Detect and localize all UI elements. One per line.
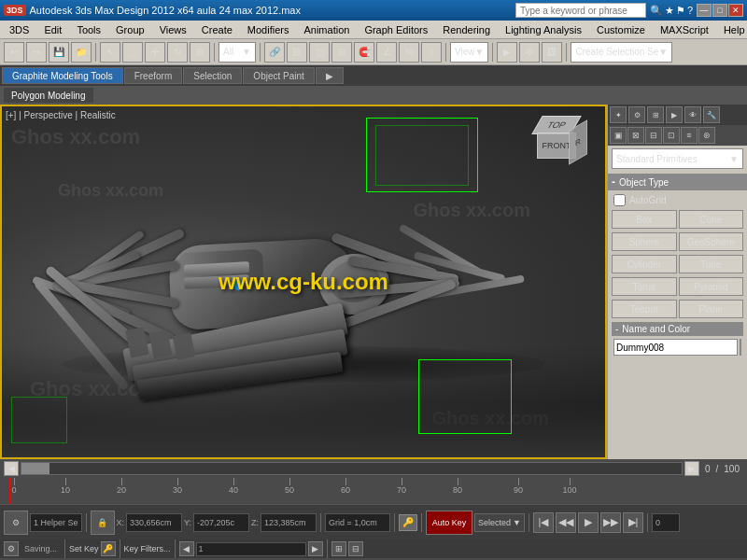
rp-icon-b[interactable]: ⊠: [627, 127, 644, 144]
rp-utils-icon[interactable]: 🔧: [703, 106, 720, 123]
primitives-dropdown[interactable]: Standard Primitives ▼: [612, 148, 743, 169]
scale-button[interactable]: ⊞: [190, 42, 210, 63]
menu-3ds[interactable]: 3DS: [2, 22, 36, 37]
timeline-scrollbar[interactable]: [21, 462, 683, 475]
selected-dropdown[interactable]: Selected ▼: [474, 513, 525, 532]
menu-lighting[interactable]: Lighting Analysis: [498, 22, 589, 37]
sb-icon-1[interactable]: ⚙: [4, 511, 28, 535]
tl-right-btn[interactable]: ▶: [684, 461, 699, 476]
open-button[interactable]: 📁: [71, 42, 92, 63]
polygon-modeling-tab[interactable]: Polygon Modeling: [4, 88, 93, 103]
menu-views[interactable]: Views: [152, 22, 194, 37]
menu-edit[interactable]: Edit: [36, 22, 69, 37]
name-color-collapse[interactable]: -: [615, 324, 618, 334]
tab-graphite[interactable]: Graphite Modeling Tools: [2, 67, 123, 84]
bb-key-btn[interactable]: 🔑: [101, 541, 116, 556]
bb-btn-3[interactable]: ⊟: [348, 541, 363, 556]
autogrid-checkbox[interactable]: [613, 194, 626, 206]
rotate-button[interactable]: ↻: [167, 42, 188, 63]
minimize-button[interactable]: —: [697, 4, 712, 17]
align-button[interactable]: ⊟: [331, 42, 352, 63]
tube-button[interactable]: Tube: [679, 255, 744, 273]
torus-button[interactable]: Torus: [612, 277, 677, 296]
select-region-button[interactable]: ⬚: [122, 42, 143, 63]
bb-prev-btn[interactable]: ◀: [179, 541, 194, 556]
menu-help[interactable]: Help: [716, 22, 747, 37]
menu-create[interactable]: Create: [194, 22, 240, 37]
frame-counter[interactable]: 0: [652, 513, 680, 532]
redo-button[interactable]: ↪: [26, 42, 47, 63]
rp-icon-d[interactable]: ⊡: [663, 127, 680, 144]
search-input[interactable]: [515, 3, 646, 18]
sb-icon-2[interactable]: 🔒: [91, 511, 115, 535]
prev-key-button[interactable]: ◀◀: [556, 512, 576, 533]
geosphere-button[interactable]: GeoSphere: [679, 232, 744, 251]
tab-freeform[interactable]: Freeform: [124, 67, 183, 84]
close-button[interactable]: ✕: [728, 4, 743, 17]
mirror-button[interactable]: ◫: [309, 42, 330, 63]
z-value-field[interactable]: 123,385cm: [261, 513, 317, 532]
maximize-button[interactable]: □: [712, 4, 727, 17]
unlink-button[interactable]: ⛓: [287, 42, 307, 63]
bb-next-btn[interactable]: ▶: [308, 541, 323, 556]
prev-frame-button[interactable]: |◀: [533, 512, 554, 533]
object-type-collapse[interactable]: -: [612, 175, 615, 189]
menu-graph[interactable]: Graph Editors: [357, 22, 435, 37]
timeline-ruler[interactable]: 0 10 20 30 40 50 60 70 80 90 100: [0, 478, 747, 504]
menu-animation[interactable]: Animation: [296, 22, 357, 37]
tl-left-btn[interactable]: ◀: [4, 461, 19, 476]
y-value-field[interactable]: -207,205c: [193, 513, 249, 532]
tab-extra[interactable]: ▶: [316, 67, 344, 84]
viewcube[interactable]: TOP FRONT R: [526, 116, 586, 176]
rp-icon-c[interactable]: ⊟: [645, 127, 662, 144]
sphere-button[interactable]: Sphere: [612, 232, 677, 251]
menu-customize[interactable]: Customize: [589, 22, 653, 37]
create-selection-dropdown[interactable]: Create Selection Se ▼: [571, 42, 672, 63]
angle-snap-button[interactable]: ∠: [376, 42, 397, 63]
play-button[interactable]: ▶: [578, 512, 599, 533]
filter-dropdown[interactable]: All ▼: [218, 42, 256, 63]
bb-btn-1[interactable]: ⚙: [4, 541, 19, 556]
autokey-button[interactable]: Auto Key: [426, 511, 472, 535]
render-frame-button[interactable]: 🖼: [542, 42, 562, 63]
menu-modifiers[interactable]: Modifiers: [240, 22, 297, 37]
pyramid-button[interactable]: Pyramid: [679, 277, 744, 296]
rp-icon-a[interactable]: ▣: [610, 127, 627, 144]
rp-modify-icon[interactable]: ⚙: [628, 106, 645, 123]
box-button[interactable]: Box: [612, 210, 677, 229]
tab-selection[interactable]: Selection: [183, 67, 242, 84]
select-button[interactable]: ↖: [100, 42, 120, 63]
menu-maxscript[interactable]: MAXScript: [653, 22, 716, 37]
tab-objectpaint[interactable]: Object Paint: [243, 67, 314, 84]
menu-group[interactable]: Group: [108, 22, 152, 37]
plane-button[interactable]: Plane: [679, 300, 744, 318]
rp-icon-e[interactable]: ≡: [681, 127, 698, 144]
save-button[interactable]: 💾: [49, 42, 69, 63]
rp-hierarchy-icon[interactable]: ⊞: [647, 106, 664, 123]
link-button[interactable]: 🔗: [264, 42, 285, 63]
render-setup-button[interactable]: ⚙: [519, 42, 540, 63]
view-dropdown[interactable]: View ▼: [450, 42, 488, 63]
next-frame-button[interactable]: ▶|: [623, 512, 643, 533]
spinner-snap-button[interactable]: ↕: [421, 42, 442, 63]
move-button[interactable]: ✛: [145, 42, 165, 63]
rp-display-icon[interactable]: 👁: [684, 106, 701, 123]
snap-button[interactable]: 🧲: [354, 42, 374, 63]
x-value-field[interactable]: 330,656cm: [126, 513, 182, 532]
teapot-button[interactable]: Teapot: [612, 300, 677, 318]
cylinder-button[interactable]: Cylinder: [612, 255, 677, 273]
key-icon[interactable]: 🔑: [399, 514, 417, 531]
question-icon[interactable]: ?: [687, 5, 693, 17]
next-key-button[interactable]: ▶▶: [600, 512, 621, 533]
render-button[interactable]: ▶: [497, 42, 517, 63]
color-swatch[interactable]: [740, 339, 741, 356]
rp-icon-f[interactable]: ⊛: [698, 127, 715, 144]
menu-rendering[interactable]: Rendering: [435, 22, 498, 37]
rp-motion-icon[interactable]: ▶: [666, 106, 683, 123]
menu-tools[interactable]: Tools: [69, 22, 108, 37]
bb-frame-input[interactable]: [196, 542, 306, 556]
timeline-playhead[interactable]: [9, 478, 11, 504]
viewport[interactable]: Ghos xx.com Ghos xx.com Ghos xx.com Ghos…: [0, 105, 607, 459]
cone-button[interactable]: Cone: [679, 210, 744, 229]
rp-create-icon[interactable]: ✦: [610, 106, 627, 123]
